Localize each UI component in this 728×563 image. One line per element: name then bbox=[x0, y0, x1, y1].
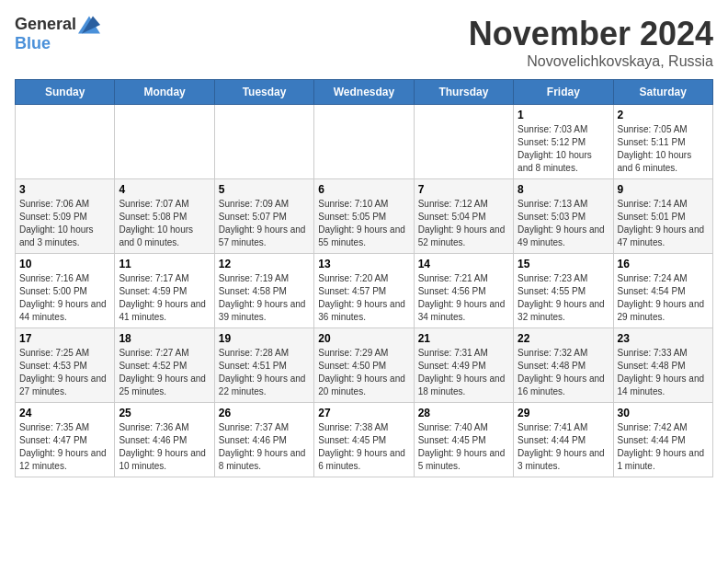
day-info: Sunrise: 7:33 AM Sunset: 4:48 PM Dayligh… bbox=[618, 347, 709, 398]
day-cell: 20Sunrise: 7:29 AM Sunset: 4:50 PM Dayli… bbox=[314, 328, 414, 403]
day-info: Sunrise: 7:06 AM Sunset: 5:09 PM Dayligh… bbox=[19, 198, 110, 249]
day-number: 19 bbox=[219, 332, 310, 345]
weekday-header-saturday: Saturday bbox=[613, 80, 712, 105]
day-info: Sunrise: 7:36 AM Sunset: 4:46 PM Dayligh… bbox=[119, 421, 210, 473]
day-number: 11 bbox=[119, 258, 210, 270]
day-cell: 10Sunrise: 7:16 AM Sunset: 5:00 PM Dayli… bbox=[16, 254, 115, 328]
week-row-5: 24Sunrise: 7:35 AM Sunset: 4:47 PM Dayli… bbox=[16, 403, 713, 477]
day-number: 14 bbox=[418, 258, 509, 270]
day-cell bbox=[314, 105, 414, 179]
day-info: Sunrise: 7:40 AM Sunset: 4:45 PM Dayligh… bbox=[418, 421, 509, 473]
day-info: Sunrise: 7:05 AM Sunset: 5:11 PM Dayligh… bbox=[618, 123, 709, 175]
day-info: Sunrise: 7:13 AM Sunset: 5:03 PM Dayligh… bbox=[518, 198, 609, 249]
day-number: 8 bbox=[518, 183, 609, 196]
day-info: Sunrise: 7:32 AM Sunset: 4:48 PM Dayligh… bbox=[518, 347, 609, 398]
day-cell: 29Sunrise: 7:41 AM Sunset: 4:44 PM Dayli… bbox=[514, 403, 613, 477]
day-cell: 12Sunrise: 7:19 AM Sunset: 4:58 PM Dayli… bbox=[214, 254, 313, 328]
day-cell bbox=[214, 105, 313, 179]
day-cell: 8Sunrise: 7:13 AM Sunset: 5:03 PM Daylig… bbox=[514, 179, 613, 254]
week-row-4: 17Sunrise: 7:25 AM Sunset: 4:53 PM Dayli… bbox=[16, 328, 713, 403]
day-cell: 2Sunrise: 7:05 AM Sunset: 5:11 PM Daylig… bbox=[613, 105, 712, 179]
logo-general: General bbox=[15, 15, 76, 34]
day-cell bbox=[16, 105, 115, 179]
day-cell: 7Sunrise: 7:12 AM Sunset: 5:04 PM Daylig… bbox=[414, 179, 513, 254]
day-number: 3 bbox=[19, 183, 110, 196]
day-info: Sunrise: 7:16 AM Sunset: 5:00 PM Dayligh… bbox=[19, 272, 110, 324]
weekday-header-row: SundayMondayTuesdayWednesdayThursdayFrid… bbox=[16, 80, 713, 105]
day-info: Sunrise: 7:21 AM Sunset: 4:56 PM Dayligh… bbox=[418, 272, 509, 324]
day-number: 23 bbox=[618, 332, 709, 345]
day-number: 13 bbox=[318, 258, 409, 270]
day-cell: 26Sunrise: 7:37 AM Sunset: 4:46 PM Dayli… bbox=[214, 403, 313, 477]
day-number: 24 bbox=[19, 407, 110, 419]
day-cell: 13Sunrise: 7:20 AM Sunset: 4:57 PM Dayli… bbox=[314, 254, 414, 328]
day-cell: 14Sunrise: 7:21 AM Sunset: 4:56 PM Dayli… bbox=[414, 254, 513, 328]
day-cell: 16Sunrise: 7:24 AM Sunset: 4:54 PM Dayli… bbox=[613, 254, 712, 328]
day-cell: 11Sunrise: 7:17 AM Sunset: 4:59 PM Dayli… bbox=[115, 254, 214, 328]
day-info: Sunrise: 7:07 AM Sunset: 5:08 PM Dayligh… bbox=[119, 198, 210, 249]
header: General Blue November 2024 Novovelichkov… bbox=[15, 15, 713, 70]
day-number: 27 bbox=[318, 407, 409, 419]
day-number: 16 bbox=[618, 258, 709, 270]
day-info: Sunrise: 7:12 AM Sunset: 5:04 PM Dayligh… bbox=[418, 198, 509, 249]
weekday-header-sunday: Sunday bbox=[16, 80, 115, 105]
day-cell: 1Sunrise: 7:03 AM Sunset: 5:12 PM Daylig… bbox=[514, 105, 613, 179]
day-info: Sunrise: 7:28 AM Sunset: 4:51 PM Dayligh… bbox=[219, 347, 310, 398]
day-info: Sunrise: 7:23 AM Sunset: 4:55 PM Dayligh… bbox=[518, 272, 609, 324]
day-number: 12 bbox=[219, 258, 310, 270]
day-number: 1 bbox=[518, 109, 609, 121]
day-info: Sunrise: 7:41 AM Sunset: 4:44 PM Dayligh… bbox=[518, 421, 609, 473]
day-info: Sunrise: 7:27 AM Sunset: 4:52 PM Dayligh… bbox=[119, 347, 210, 398]
day-info: Sunrise: 7:14 AM Sunset: 5:01 PM Dayligh… bbox=[618, 198, 709, 249]
week-row-3: 10Sunrise: 7:16 AM Sunset: 5:00 PM Dayli… bbox=[16, 254, 713, 328]
day-cell: 5Sunrise: 7:09 AM Sunset: 5:07 PM Daylig… bbox=[214, 179, 313, 254]
day-number: 29 bbox=[518, 407, 609, 419]
logo-icon bbox=[78, 16, 100, 34]
day-cell: 25Sunrise: 7:36 AM Sunset: 4:46 PM Dayli… bbox=[115, 403, 214, 477]
day-info: Sunrise: 7:09 AM Sunset: 5:07 PM Dayligh… bbox=[219, 198, 310, 249]
day-cell: 15Sunrise: 7:23 AM Sunset: 4:55 PM Dayli… bbox=[514, 254, 613, 328]
day-number: 17 bbox=[19, 332, 110, 345]
day-info: Sunrise: 7:17 AM Sunset: 4:59 PM Dayligh… bbox=[119, 272, 210, 324]
day-info: Sunrise: 7:20 AM Sunset: 4:57 PM Dayligh… bbox=[318, 272, 409, 324]
day-info: Sunrise: 7:37 AM Sunset: 4:46 PM Dayligh… bbox=[219, 421, 310, 473]
day-cell bbox=[414, 105, 513, 179]
day-cell: 19Sunrise: 7:28 AM Sunset: 4:51 PM Dayli… bbox=[214, 328, 313, 403]
day-number: 15 bbox=[518, 258, 609, 270]
day-info: Sunrise: 7:38 AM Sunset: 4:45 PM Dayligh… bbox=[318, 421, 409, 473]
day-cell: 6Sunrise: 7:10 AM Sunset: 5:05 PM Daylig… bbox=[314, 179, 414, 254]
day-cell bbox=[115, 105, 214, 179]
day-cell: 18Sunrise: 7:27 AM Sunset: 4:52 PM Dayli… bbox=[115, 328, 214, 403]
day-number: 25 bbox=[119, 407, 210, 419]
day-number: 21 bbox=[418, 332, 509, 345]
day-cell: 24Sunrise: 7:35 AM Sunset: 4:47 PM Dayli… bbox=[16, 403, 115, 477]
day-cell: 4Sunrise: 7:07 AM Sunset: 5:08 PM Daylig… bbox=[115, 179, 214, 254]
day-info: Sunrise: 7:35 AM Sunset: 4:47 PM Dayligh… bbox=[19, 421, 110, 473]
weekday-header-tuesday: Tuesday bbox=[214, 80, 313, 105]
weekday-header-wednesday: Wednesday bbox=[314, 80, 414, 105]
day-cell: 21Sunrise: 7:31 AM Sunset: 4:49 PM Dayli… bbox=[414, 328, 513, 403]
logo-blue: Blue bbox=[15, 34, 51, 53]
day-number: 9 bbox=[618, 183, 709, 196]
day-number: 18 bbox=[119, 332, 210, 345]
day-info: Sunrise: 7:19 AM Sunset: 4:58 PM Dayligh… bbox=[219, 272, 310, 324]
day-cell: 23Sunrise: 7:33 AM Sunset: 4:48 PM Dayli… bbox=[613, 328, 712, 403]
day-info: Sunrise: 7:31 AM Sunset: 4:49 PM Dayligh… bbox=[418, 347, 509, 398]
day-info: Sunrise: 7:10 AM Sunset: 5:05 PM Dayligh… bbox=[318, 198, 409, 249]
day-number: 22 bbox=[518, 332, 609, 345]
day-number: 4 bbox=[119, 183, 210, 196]
location-title: Novovelichkovskaya, Russia bbox=[469, 53, 713, 70]
calendar: SundayMondayTuesdayWednesdayThursdayFrid… bbox=[15, 79, 713, 477]
day-cell: 27Sunrise: 7:38 AM Sunset: 4:45 PM Dayli… bbox=[314, 403, 414, 477]
day-cell: 22Sunrise: 7:32 AM Sunset: 4:48 PM Dayli… bbox=[514, 328, 613, 403]
day-info: Sunrise: 7:25 AM Sunset: 4:53 PM Dayligh… bbox=[19, 347, 110, 398]
day-number: 26 bbox=[219, 407, 310, 419]
day-number: 5 bbox=[219, 183, 310, 196]
day-cell: 9Sunrise: 7:14 AM Sunset: 5:01 PM Daylig… bbox=[613, 179, 712, 254]
day-number: 20 bbox=[318, 332, 409, 345]
month-title: November 2024 bbox=[469, 15, 713, 53]
week-row-2: 3Sunrise: 7:06 AM Sunset: 5:09 PM Daylig… bbox=[16, 179, 713, 254]
day-cell: 3Sunrise: 7:06 AM Sunset: 5:09 PM Daylig… bbox=[16, 179, 115, 254]
day-cell: 30Sunrise: 7:42 AM Sunset: 4:44 PM Dayli… bbox=[613, 403, 712, 477]
day-info: Sunrise: 7:24 AM Sunset: 4:54 PM Dayligh… bbox=[618, 272, 709, 324]
